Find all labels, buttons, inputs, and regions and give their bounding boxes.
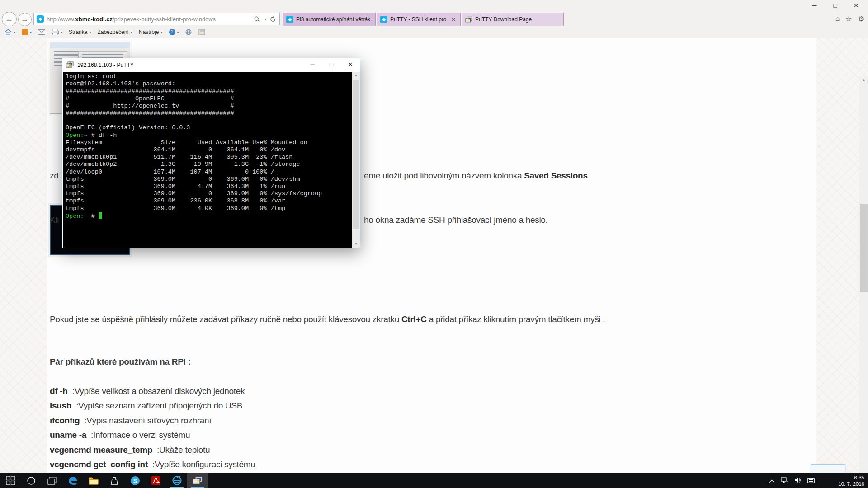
network-icon[interactable] [781, 477, 788, 485]
putty-terminal[interactable]: login as: rootroot@192.168.1.103's passw… [63, 72, 360, 248]
rss-menu[interactable]: ▾ [22, 29, 32, 35]
browser-navigation-bar: ← → ◆ http://www.xbmc-kodi.cz/prispevek-… [0, 12, 868, 26]
addon-button-2[interactable] [198, 29, 205, 35]
terminal-output: login as: rootroot@192.168.1.103's passw… [66, 73, 322, 220]
taskbar-putty-button[interactable] [187, 473, 208, 488]
terminal-line: tmpfs 369.0M 236.0K 368.8M 0% /var [66, 197, 322, 205]
safety-menu[interactable]: Zabezpečení▾ [97, 29, 132, 35]
clock-date: 10. 7. 2016 [838, 481, 864, 487]
browser-titlebar: ─ □ ✕ [0, 0, 868, 13]
taskbar-file-explorer-button[interactable] [83, 473, 104, 488]
clock-time: 6:35 [838, 474, 864, 481]
read-mail-button[interactable] [38, 29, 45, 35]
keyboard-icon[interactable] [807, 477, 815, 485]
internet-explorer-icon [172, 475, 182, 486]
terminal-line: ########################################… [66, 110, 322, 117]
help-icon: ? [169, 29, 175, 35]
tools-menu[interactable]: Nástroje▾ [139, 29, 163, 35]
command-item: df -h:Vypíše velikost a obsazení diskový… [50, 386, 245, 396]
terminal-scroll-down-icon[interactable]: ▼ [352, 240, 360, 248]
terminal-cursor [99, 212, 102, 219]
terminal-scrollbar[interactable]: ▲ ▼ [352, 72, 360, 248]
browser-close-button[interactable]: ✕ [846, 0, 866, 12]
refresh-icon[interactable] [270, 16, 276, 22]
putty-titlebar[interactable]: 192.168.1.103 - PuTTY ─ □ ✕ [62, 58, 360, 72]
taskbar: S 6:35 10. 7. 2016 [0, 473, 868, 488]
back-button[interactable]: ← [2, 12, 17, 27]
browser-tab-1[interactable]: ◆Pi3 automatické spínání větrák... [283, 13, 376, 26]
scrollbar-thumb[interactable] [860, 204, 868, 292]
terminal-scrollbar-thumb[interactable] [353, 80, 359, 229]
tab-title: Pi3 automatické spínání větrák... [296, 16, 372, 23]
favorites-star-icon[interactable]: ☆ [845, 14, 852, 23]
putty-icon [66, 61, 74, 69]
putty-window-title: 192.168.1.103 - PuTTY [77, 62, 134, 68]
search-icon[interactable] [254, 16, 260, 22]
address-bar[interactable]: ◆ http://www.xbmc-kodi.cz/prispevek-putt… [33, 13, 280, 25]
taskbar-internet-explorer-button[interactable] [166, 473, 187, 488]
system-tray [769, 473, 815, 488]
taskbar-apps: S [0, 473, 208, 488]
taskbar-edge-button[interactable] [62, 473, 83, 488]
store-icon [110, 476, 119, 485]
home-menu[interactable]: ▾ [5, 29, 15, 35]
volume-icon[interactable] [794, 477, 801, 485]
terminal-line: Filesystem Size Used Available Use% Moun… [66, 139, 322, 146]
browser-quick-icons: ⌂ ☆ ⚙ [835, 14, 864, 23]
terminal-line: devtmpfs 364.1M 0 364.1M 0% /dev [66, 146, 322, 154]
terminal-line: ########################################… [66, 88, 322, 95]
browser-tab-3[interactable]: PuTTY Download Page [462, 13, 564, 26]
home-icon [5, 29, 12, 35]
article-paragraph: Pokud jste se úspěšně přihlásily můžete … [50, 314, 605, 324]
browser-tab-2[interactable]: ◆PuTTY - SSH klient pro Win...✕ [377, 13, 461, 26]
search-dropdown-caret-icon[interactable]: ▾ [265, 17, 267, 21]
taskbar-task-view-button[interactable] [42, 473, 62, 488]
chevron-up-icon[interactable] [769, 477, 774, 485]
edge-icon [68, 476, 78, 486]
putty-maximize-button[interactable]: □ [322, 58, 341, 72]
browser-maximize-button[interactable]: □ [825, 0, 845, 12]
taskbar-search-button[interactable] [21, 473, 42, 488]
tab-close-icon[interactable]: ✕ [450, 16, 457, 23]
mail-icon [38, 29, 45, 35]
forward-button[interactable]: → [18, 13, 32, 26]
browser-minimize-button[interactable]: ─ [804, 0, 825, 12]
desktop: ─ □ ✕ ← → ◆ http://www.xbmc-kodi.cz/pris… [0, 0, 868, 488]
putty-minimize-button[interactable]: ─ [303, 58, 322, 72]
terminal-line: tmpfs 369.0M 0 369.0M 0% /dev/shm [66, 176, 322, 183]
command-item: ifconfig:Výpis nastavení síťových rozhra… [50, 416, 211, 426]
command-item: uname -a:Informace o verzi systému [50, 430, 190, 440]
addon-button-1[interactable] [185, 29, 192, 35]
taskbar-clock[interactable]: 6:35 10. 7. 2016 [838, 473, 864, 488]
settings-gear-icon[interactable]: ⚙ [858, 14, 864, 23]
home-icon[interactable]: ⌂ [835, 14, 840, 23]
taskbar-start-button[interactable] [0, 473, 21, 488]
start-icon [6, 476, 15, 485]
terminal-line: Open:~ # [66, 212, 322, 220]
terminal-line: # OpenELEC # [66, 95, 322, 103]
taskbar-skype-button[interactable]: S [125, 473, 146, 488]
print-menu[interactable]: ▾ [52, 29, 62, 35]
kodi-icon: ◆ [286, 16, 293, 23]
acrobat-icon [151, 476, 161, 486]
kodi-icon: ◆ [380, 16, 387, 23]
command-item: vcgencmd get_config int:Vypíše konfigura… [50, 460, 255, 469]
terminal-scroll-up-icon[interactable]: ▲ [352, 72, 360, 79]
terminal-line: /dev/mmcblk0p2 1.3G 19.9M 1.3G 1% /stora… [66, 161, 322, 168]
page-menu[interactable]: Stránka▾ [69, 29, 91, 35]
svg-text:S: S [133, 478, 137, 484]
site-favicon-kodi-icon: ◆ [37, 15, 44, 23]
terminal-line: Open:~ # df -h [66, 132, 322, 139]
command-item: vcgencmd measure_temp:Ukáže teplotu [50, 445, 210, 455]
putty-window[interactable]: 192.168.1.103 - PuTTY ─ □ ✕ login as: ro… [62, 58, 360, 248]
putty-close-button[interactable]: ✕ [341, 58, 360, 72]
terminal-line: login as: root [66, 73, 322, 80]
help-menu[interactable]: ? ▾ [169, 29, 179, 35]
taskbar-store-button[interactable] [104, 473, 125, 488]
putty-icon [465, 16, 472, 23]
page-scrollbar[interactable]: ▲ ▼ [859, 76, 868, 488]
scroll-up-icon[interactable]: ▲ [859, 76, 868, 84]
addon-globe-icon [185, 29, 192, 35]
commands-heading: Pár příkazů které používám na RPi : [50, 357, 191, 367]
taskbar-acrobat-button[interactable] [146, 473, 166, 488]
